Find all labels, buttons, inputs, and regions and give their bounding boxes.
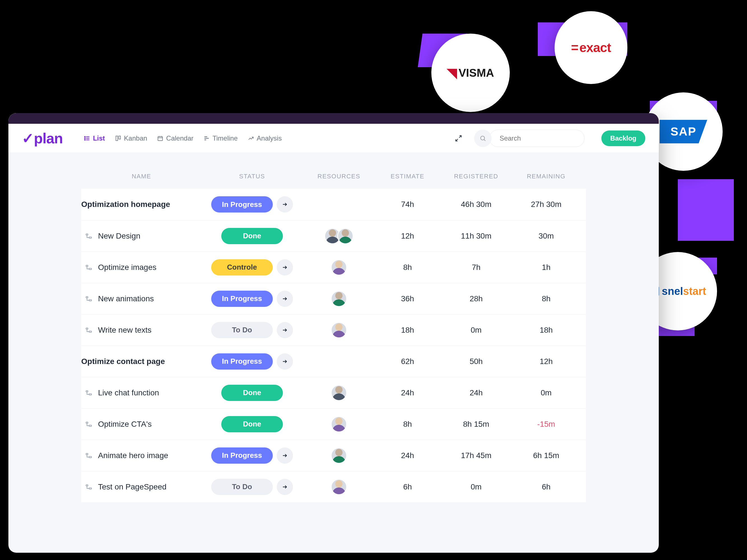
subtask-icon	[85, 421, 93, 428]
status-pill[interactable]: To Do	[211, 322, 273, 338]
table-row[interactable]: Optimize imagesControle8h7h1h	[81, 251, 586, 283]
status-pill[interactable]: In Progress	[211, 353, 273, 370]
avatar-stack[interactable]	[331, 291, 347, 307]
svg-rect-28	[86, 328, 88, 329]
status-advance-button[interactable]	[277, 259, 293, 275]
resources-cell	[303, 259, 375, 275]
remaining-cell: 6h	[513, 482, 580, 491]
table-row[interactable]: Optimize CTA'sDone8h8h 15m-15m	[81, 408, 586, 439]
search-input[interactable]	[489, 130, 585, 147]
svg-point-4	[84, 138, 85, 139]
status-advance-button[interactable]	[277, 291, 293, 307]
status-pill[interactable]: In Progress	[211, 196, 273, 213]
subtask-icon	[85, 326, 93, 334]
status-cell: In Progress	[202, 196, 303, 213]
status-pill[interactable]: Done	[221, 385, 283, 401]
integration-visma: ◥ VISMA	[431, 34, 510, 112]
avatar[interactable]	[337, 228, 354, 244]
remaining-cell: 8h	[513, 294, 580, 303]
avatar-stack[interactable]	[331, 479, 347, 495]
task-name: Optimize CTA's	[98, 420, 152, 429]
avatar[interactable]	[331, 322, 347, 338]
svg-rect-8	[158, 136, 163, 140]
col-resources: RESOURCES	[303, 173, 375, 180]
registered-cell: 8h 15m	[440, 420, 513, 429]
col-registered: REGISTERED	[440, 173, 513, 180]
estimate-cell: 8h	[375, 420, 440, 429]
status-cell: Controle	[202, 259, 303, 275]
table-row[interactable]: Optimization homepageIn Progress74h46h 3…	[81, 189, 586, 220]
integration-label: SAP	[671, 125, 696, 138]
analysis-icon	[248, 135, 254, 141]
task-name: Write new texts	[98, 326, 152, 335]
avatar[interactable]	[331, 416, 347, 432]
status-pill[interactable]: To Do	[211, 479, 273, 495]
tab-analysis[interactable]: Analysis	[248, 134, 282, 142]
table-row[interactable]: Test on PageSpeedTo Do6h0m6h	[81, 471, 586, 502]
status-cell: Done	[202, 385, 303, 401]
svg-rect-23	[89, 268, 92, 269]
status-pill[interactable]: Done	[221, 228, 283, 244]
svg-rect-34	[86, 422, 88, 423]
avatar-stack[interactable]	[331, 385, 347, 401]
logo-text: plan	[34, 130, 63, 146]
status-cell: In Progress	[202, 448, 303, 464]
avatar-stack[interactable]	[331, 322, 347, 338]
avatar[interactable]	[331, 448, 347, 464]
tab-timeline[interactable]: Timeline	[204, 134, 238, 142]
tab-label: Timeline	[213, 134, 238, 142]
window-titlebar	[8, 113, 659, 124]
registered-cell: 0m	[440, 326, 513, 335]
avatar[interactable]	[331, 385, 347, 401]
remaining-cell: 1h	[513, 263, 580, 272]
table-row[interactable]: Optimize contact pageIn Progress62h50h12…	[81, 346, 586, 377]
svg-rect-6	[116, 136, 118, 140]
table-row[interactable]: New animationsIn Progress36h28h8h	[81, 283, 586, 314]
task-name: Test on PageSpeed	[98, 482, 166, 491]
status-advance-button[interactable]	[277, 322, 293, 338]
table-row[interactable]: New DesignDone12h11h 30m30m	[81, 220, 586, 251]
estimate-cell: 36h	[375, 294, 440, 303]
avatar-stack[interactable]	[331, 259, 347, 275]
task-name: Live chat function	[98, 389, 159, 397]
tab-label: Kanban	[124, 134, 147, 142]
backlog-button[interactable]: Backlog	[601, 131, 645, 146]
avatar[interactable]	[331, 479, 347, 495]
estimate-cell: 6h	[375, 482, 440, 491]
app-window: ✓plan List Kanban Calendar	[8, 113, 659, 553]
status-pill[interactable]: In Progress	[211, 291, 273, 307]
table-row[interactable]: Animate hero imageIn Progress24h17h 45m6…	[81, 439, 586, 471]
estimate-cell: 18h	[375, 326, 440, 335]
subtask-icon	[85, 264, 93, 271]
registered-cell: 0m	[440, 482, 513, 491]
avatar-stack[interactable]	[331, 448, 347, 464]
tab-list[interactable]: List	[84, 134, 105, 142]
svg-rect-22	[86, 265, 88, 266]
tab-kanban[interactable]: Kanban	[115, 134, 147, 142]
estimate-cell: 24h	[375, 389, 440, 397]
app-logo: ✓plan	[22, 130, 63, 147]
integration-exact: =exact	[555, 11, 627, 84]
table-row[interactable]: Write new textsTo Do18h0m18h	[81, 314, 586, 346]
task-name-cell: Optimization homepage	[81, 200, 202, 209]
task-name-cell: New Design	[81, 232, 202, 241]
table-row[interactable]: Live chat functionDone24h24h0m	[81, 377, 586, 408]
status-advance-button[interactable]	[277, 479, 293, 495]
tab-calendar[interactable]: Calendar	[157, 134, 193, 142]
status-advance-button[interactable]	[277, 196, 293, 213]
avatar-stack[interactable]	[324, 228, 354, 244]
svg-point-5	[84, 139, 85, 140]
avatar[interactable]	[331, 291, 347, 307]
status-advance-button[interactable]	[277, 448, 293, 464]
status-cell: To Do	[202, 322, 303, 338]
avatar-stack[interactable]	[331, 416, 347, 432]
remaining-cell: 18h	[513, 326, 580, 335]
status-pill[interactable]: In Progress	[211, 448, 273, 464]
status-advance-button[interactable]	[277, 353, 293, 370]
search-icon[interactable]	[474, 130, 492, 147]
expand-button[interactable]	[453, 133, 464, 144]
status-pill[interactable]: Done	[221, 416, 283, 432]
avatar[interactable]	[331, 259, 347, 275]
status-pill[interactable]: Controle	[211, 259, 273, 275]
tab-label: Analysis	[257, 134, 282, 142]
